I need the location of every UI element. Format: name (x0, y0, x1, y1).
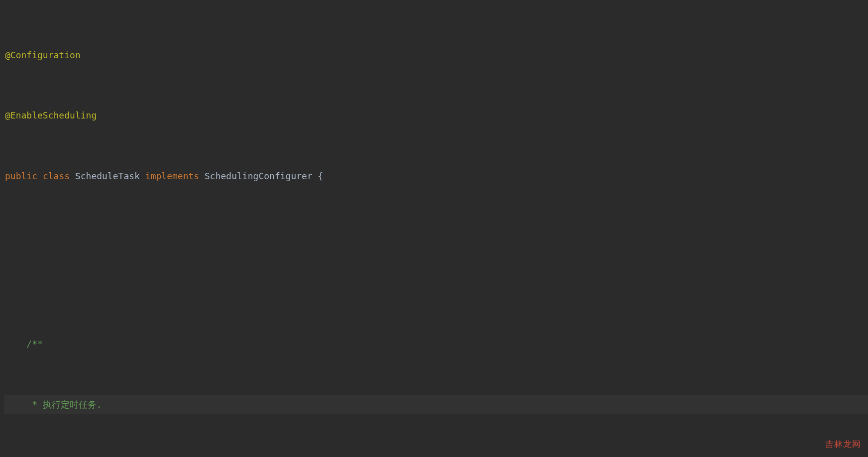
code-line[interactable]: public class ScheduleTask implements Sch… (4, 167, 868, 186)
javadoc-body: * 执行定时任务. (26, 398, 102, 412)
javadoc-start: /** (26, 337, 43, 351)
code-line[interactable]: /** (4, 335, 868, 353)
keyword-class: class (43, 169, 70, 183)
keyword-implements: implements (145, 169, 199, 183)
class-name: ScheduleTask (75, 169, 140, 183)
brace: { (318, 169, 324, 183)
code-editor[interactable]: @Configuration @EnableScheduling public … (0, 0, 868, 457)
watermark-text: 吉林龙网 (825, 438, 861, 451)
code-line-empty[interactable] (4, 228, 868, 246)
code-line[interactable]: @EnableScheduling (4, 106, 868, 125)
keyword-public: public (5, 169, 37, 183)
code-line-empty[interactable] (4, 274, 868, 293)
interface-name: SchedulingConfigurer (205, 169, 313, 183)
code-line[interactable]: @Configuration (4, 46, 868, 65)
annotation-configuration: @Configuration (5, 48, 81, 62)
annotation-enablescheduling: @EnableScheduling (5, 109, 97, 122)
code-line[interactable]: * 执行定时任务. (4, 395, 868, 414)
